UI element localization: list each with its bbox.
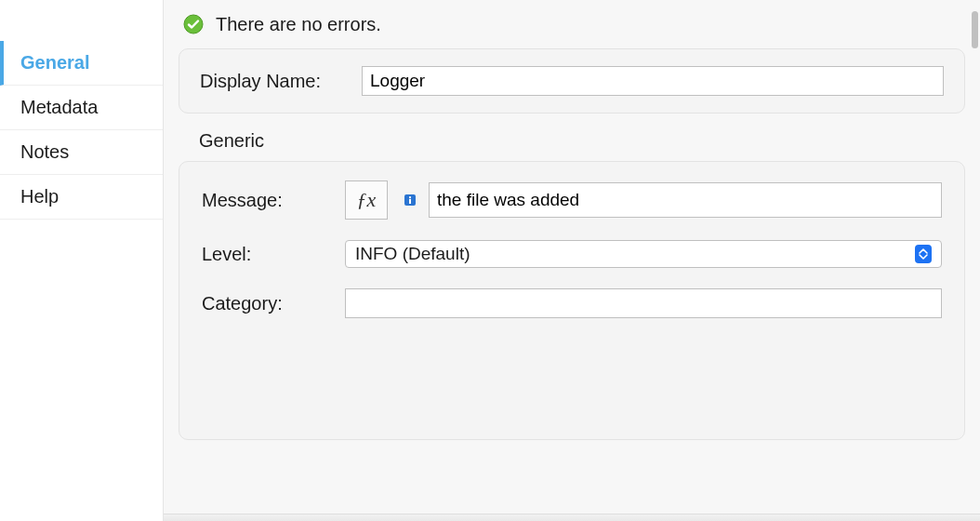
chevron-up-down-icon bbox=[915, 245, 932, 263]
vertical-scrollbar[interactable] bbox=[972, 11, 978, 48]
expression-fx-button[interactable]: ƒx bbox=[345, 180, 388, 220]
category-row: Category: bbox=[202, 288, 942, 318]
sidebar-item-notes[interactable]: Notes bbox=[0, 130, 163, 175]
sidebar-item-label: Metadata bbox=[20, 97, 98, 117]
scrollbar-thumb[interactable] bbox=[972, 11, 978, 48]
sidebar: General Metadata Notes Help bbox=[0, 0, 164, 521]
sidebar-item-label: General bbox=[20, 52, 89, 73]
category-label: Category: bbox=[202, 293, 332, 314]
status-text: There are no errors. bbox=[216, 14, 381, 35]
level-select[interactable]: INFO (Default) bbox=[345, 240, 942, 268]
sidebar-item-help[interactable]: Help bbox=[0, 175, 163, 220]
horizontal-scrollbar[interactable] bbox=[164, 514, 980, 521]
sidebar-item-general[interactable]: General bbox=[0, 41, 163, 86]
message-label: Message: bbox=[202, 190, 332, 211]
level-label: Level: bbox=[202, 244, 332, 265]
level-row: Level: INFO (Default) bbox=[202, 240, 942, 268]
app-root: General Metadata Notes Help There are no… bbox=[0, 0, 980, 521]
message-row: Message: ƒx bbox=[202, 180, 942, 220]
sidebar-item-metadata[interactable]: Metadata bbox=[0, 86, 163, 130]
fx-icon: ƒx bbox=[357, 188, 377, 212]
message-input[interactable] bbox=[429, 182, 942, 218]
sidebar-item-label: Notes bbox=[20, 141, 69, 162]
sidebar-item-label: Help bbox=[20, 186, 59, 207]
category-input[interactable] bbox=[345, 288, 942, 318]
display-name-input[interactable] bbox=[362, 66, 944, 96]
section-title-generic: Generic bbox=[199, 130, 965, 152]
status-row: There are no errors. bbox=[179, 7, 965, 48]
check-circle-icon bbox=[182, 13, 205, 35]
main-panel: There are no errors. Display Name: Gener… bbox=[164, 0, 980, 521]
info-icon bbox=[404, 194, 416, 206]
svg-rect-2 bbox=[409, 196, 411, 198]
display-name-panel: Display Name: bbox=[179, 48, 965, 114]
level-select-value: INFO (Default) bbox=[355, 244, 915, 264]
svg-rect-3 bbox=[409, 199, 411, 204]
display-name-label: Display Name: bbox=[200, 71, 349, 92]
generic-section-panel: Message: ƒx Level: INFO (Default) bbox=[179, 161, 965, 440]
